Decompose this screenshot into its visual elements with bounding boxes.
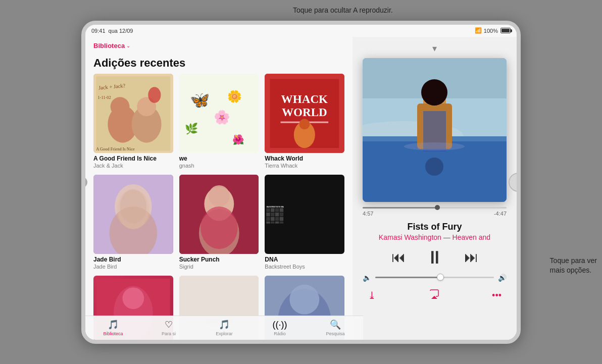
download-icon[interactable]: ⤓: [368, 289, 376, 301]
progress-times: 4:57 -4:47: [363, 211, 507, 217]
svg-point-6: [111, 97, 130, 116]
tab-explorar[interactable]: 🎵 Explorar: [196, 319, 252, 336]
section-title: Adições recentes: [85, 54, 353, 74]
tab-pesquisa-label: Pesquisa: [326, 331, 344, 336]
svg-point-72: [425, 158, 443, 176]
outer-wrapper: Toque para ocultar A reproduzir. Toque p…: [0, 0, 602, 364]
wifi-icon: 📶: [475, 27, 482, 34]
ipad-frame: 09:41 qua 12/09 📶 100% Biblioteca ⌄: [81, 21, 521, 344]
svg-rect-37: [275, 208, 279, 212]
player-panel: ▾: [353, 37, 517, 340]
svg-rect-38: [280, 208, 284, 212]
time-remaining: -4:47: [494, 211, 507, 217]
time-elapsed: 4:57: [363, 211, 373, 217]
svg-point-70: [421, 79, 447, 106]
tab-biblioteca[interactable]: 🎵 Biblioteca: [85, 319, 141, 336]
album-item[interactable]: 🦋 🌸 🌼 🌿 🌺 we gnash: [179, 74, 259, 169]
explorar-icon: 🎵: [219, 319, 230, 330]
annotation-top: Toque para ocultar A reproduzir.: [293, 6, 393, 14]
svg-rect-49: [275, 221, 279, 223]
svg-rect-40: [271, 213, 275, 217]
svg-text:🌺: 🌺: [232, 133, 244, 145]
album-item[interactable]: Jade Bird Jade Bird: [93, 175, 173, 270]
svg-rect-44: [271, 217, 275, 221]
progress-bar-track[interactable]: [363, 207, 507, 209]
volume-fill: [375, 277, 440, 278]
album-art-dna: BACKSTREET BOYS DNA: [265, 175, 344, 254]
more-options-icon[interactable]: •••: [492, 290, 501, 301]
svg-text:🌼: 🌼: [227, 89, 241, 103]
rewind-button[interactable]: ⏮: [391, 250, 406, 265]
library-title: Biblioteca: [93, 42, 125, 49]
battery-icon: [500, 28, 511, 33]
svg-rect-39: [267, 213, 271, 217]
progress-knob[interactable]: [435, 205, 440, 210]
svg-point-60: [290, 284, 320, 314]
album-item[interactable]: Sucker Punch Sigrid: [179, 175, 259, 270]
tab-para-si-label: Para si: [162, 331, 176, 336]
kamasi-artwork: [363, 58, 507, 202]
album-item[interactable]: BACKSTREET BOYS DNA: [265, 175, 344, 270]
svg-rect-43: [267, 217, 271, 221]
album-art-we: 🦋 🌸 🌼 🌿 🌺: [179, 74, 259, 153]
svg-text:A Good Friend Is Nice: A Good Friend Is Nice: [96, 147, 135, 151]
svg-point-73: [404, 142, 465, 150]
svg-rect-46: [280, 217, 284, 221]
svg-rect-45: [275, 217, 279, 221]
library-panel: Biblioteca ⌄ Adições recentes: [85, 37, 353, 340]
svg-text:WORLD: WORLD: [282, 106, 327, 119]
album-item[interactable]: WHACK WORLD Whack World Tierra Whack: [265, 74, 344, 169]
album-art-whack: WHACK WORLD: [265, 74, 344, 153]
album-name: Whack World: [265, 155, 344, 162]
tab-explorar-label: Explorar: [216, 331, 233, 336]
svg-point-8: [148, 87, 161, 103]
biblioteca-icon: 🎵: [108, 319, 119, 330]
svg-rect-36: [271, 208, 275, 212]
volume-track[interactable]: [375, 277, 494, 278]
album-artist: Backstreet Boys: [265, 264, 344, 270]
volume-high-icon: 🔊: [498, 274, 507, 282]
library-title-row[interactable]: Biblioteca ⌄: [93, 42, 344, 49]
tab-radio-label: Rádio: [274, 331, 286, 336]
svg-point-22: [299, 119, 310, 129]
tab-radio[interactable]: ((·)) Rádio: [252, 320, 308, 336]
tab-pesquisa[interactable]: 🔍 Pesquisa: [308, 319, 353, 336]
svg-point-32: [200, 206, 238, 249]
song-title: Fists of Fury: [407, 222, 462, 232]
album-artist: gnash: [179, 163, 259, 169]
svg-point-27: [120, 189, 147, 223]
svg-rect-35: [267, 208, 271, 212]
radio-icon: ((·)): [273, 320, 287, 330]
library-header: Biblioteca ⌄: [85, 37, 353, 54]
svg-rect-47: [267, 221, 271, 223]
svg-point-31: [208, 185, 229, 206]
album-item[interactable]: Jack + Jack? 1-11-02 A Good Fri: [93, 74, 173, 169]
tab-biblioteca-label: Biblioteca: [103, 331, 123, 336]
pesquisa-icon: 🔍: [330, 319, 341, 330]
song-artist[interactable]: Kamasi Washington — Heaven and: [379, 233, 490, 241]
player-bottom-icons: ⤓ •••: [363, 289, 507, 302]
album-art-sucker: [179, 175, 259, 254]
forward-button[interactable]: ⏭: [464, 250, 478, 265]
content-area: Biblioteca ⌄ Adições recentes: [85, 37, 517, 340]
album-art-jade: [93, 175, 173, 254]
tab-para-si[interactable]: ♡ Para si: [141, 319, 196, 336]
svg-rect-41: [275, 213, 279, 217]
svg-text:🌸: 🌸: [214, 109, 230, 125]
progress-container[interactable]: 4:57 -4:47: [363, 207, 507, 217]
date: qua 12/09: [109, 28, 133, 34]
pause-button[interactable]: ⏸: [426, 248, 444, 267]
library-chevron-icon: ⌄: [126, 43, 130, 48]
para-si-icon: ♡: [165, 319, 173, 330]
album-artist: Tierra Whack: [265, 163, 344, 169]
svg-point-54: [122, 287, 144, 309]
down-arrow-icon[interactable]: ▾: [432, 43, 437, 54]
svg-text:🌿: 🌿: [184, 122, 198, 135]
time: 09:41: [91, 28, 106, 34]
progress-bar-fill: [363, 207, 437, 209]
album-name: we: [179, 155, 259, 162]
tab-bar: 🎵 Biblioteca ♡ Para si 🎵 Explorar ((·)) …: [85, 316, 353, 340]
airplay-icon[interactable]: [429, 289, 440, 302]
volume-knob[interactable]: [437, 274, 444, 281]
album-name: Sucker Punch: [179, 256, 259, 263]
